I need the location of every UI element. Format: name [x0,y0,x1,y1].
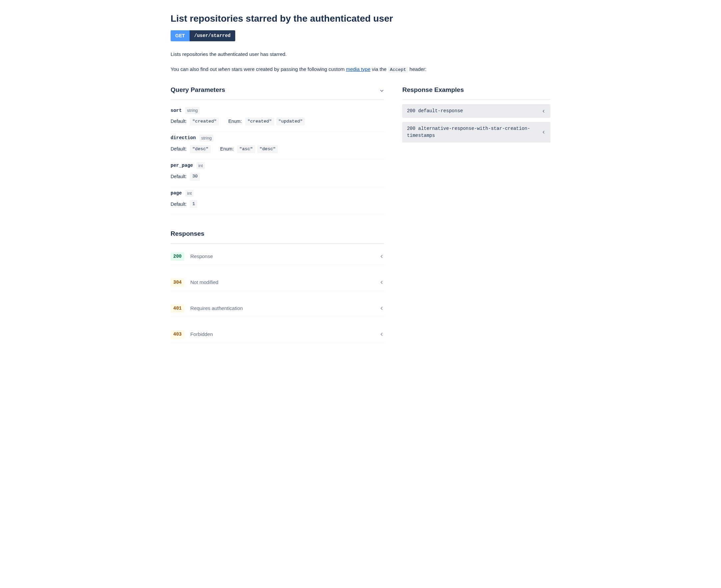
response-text: Forbidden [190,331,374,338]
param-row-page: pageintDefault:1 [171,187,384,215]
param-enum-value: "desc" [257,145,278,153]
response-examples-header: Response Examples [402,85,550,100]
param-default: 1 [190,200,197,208]
chevron-left-icon [380,306,384,311]
description-block: Lists repositories the authenticated use… [171,50,550,73]
status-badge: 304 [171,278,184,287]
param-enum-value: "created" [245,118,274,126]
response-row-200[interactable]: 200Response [171,248,384,265]
param-name: page [171,190,182,197]
param-default: "created" [190,118,219,126]
api-path: /user/starred [189,30,235,41]
param-type: string [199,134,214,142]
accept-header-code: Accept [388,67,408,73]
param-row-direction: directionstringDefault:"desc"Enum:"asc""… [171,132,384,160]
chevron-left-icon [542,109,546,113]
media-type-link[interactable]: media type [346,66,370,72]
param-name: per_page [171,162,193,169]
response-examples-heading: Response Examples [402,85,464,95]
param-name: sort [171,107,182,114]
query-parameters-heading: Query Parameters [171,85,225,95]
response-row-304[interactable]: 304Not modified [171,274,384,291]
param-enum-value: "asc" [237,145,255,153]
method-path: GET /user/starred [171,30,235,41]
response-text: Requires authentication [190,304,374,312]
param-name: direction [171,134,196,142]
param-default: 30 [190,172,200,181]
param-row-per_page: per_pageintDefault:30 [171,160,384,187]
response-row-403[interactable]: 403Forbidden [171,326,384,343]
status-badge: 200 [171,252,184,261]
response-example-text: 200 alternative-response-with-star-creat… [407,125,538,139]
param-detail: Default:1 [171,200,384,208]
chevron-left-icon [380,280,384,285]
param-type: string [185,107,200,114]
description-line-2: You can also find out when stars were cr… [171,66,550,73]
chevron-left-icon [542,130,546,134]
param-type: int [196,162,205,169]
description-line-1: Lists repositories the authenticated use… [171,50,550,58]
response-text: Response [190,253,374,260]
query-parameters-header[interactable]: Query Parameters [171,85,384,100]
chevron-left-icon [380,254,384,259]
response-text: Not modified [190,279,374,286]
http-method-badge: GET [171,30,189,41]
status-badge: 403 [171,330,184,339]
response-row-401[interactable]: 401Requires authentication [171,300,384,317]
response-example-0[interactable]: 200 default-response [402,104,550,118]
page-title: List repositories starred by the authent… [171,12,550,26]
param-type: int [185,190,194,197]
param-enum-value: "updated" [276,118,305,126]
param-detail: Default:30 [171,172,384,181]
param-row-sort: sortstringDefault:"created"Enum:"created… [171,104,384,132]
chevron-down-icon [380,88,384,93]
param-detail: Default:"desc"Enum:"asc""desc" [171,145,384,153]
response-example-text: 200 default-response [407,108,538,114]
response-example-1[interactable]: 200 alternative-response-with-star-creat… [402,122,550,143]
responses-heading: Responses [171,229,204,239]
chevron-left-icon [380,332,384,337]
responses-header: Responses [171,229,384,244]
status-badge: 401 [171,304,184,313]
param-default: "desc" [190,145,211,153]
param-detail: Default:"created"Enum:"created""updated" [171,118,384,126]
